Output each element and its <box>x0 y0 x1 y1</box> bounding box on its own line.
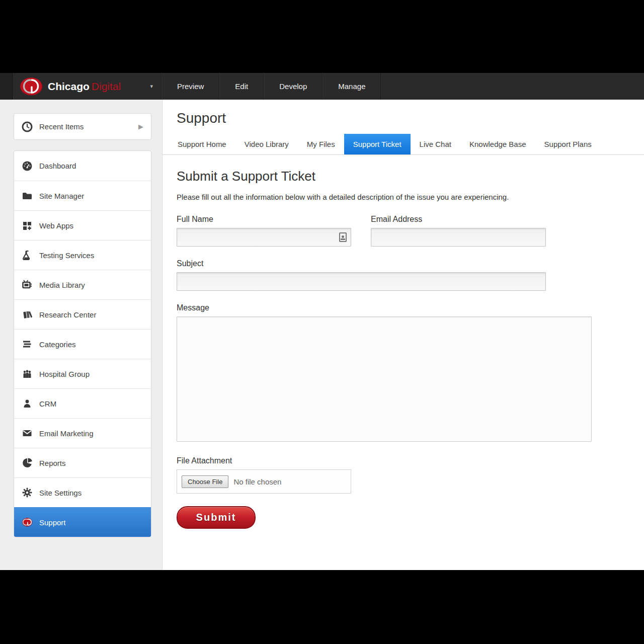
email-input[interactable] <box>371 228 546 247</box>
nav-item-manage[interactable]: Manage <box>323 73 381 100</box>
subject-label: Subject <box>177 259 630 268</box>
sidebar-item-testing-services[interactable]: Testing Services <box>14 240 151 270</box>
sidebar-item-label: Hospital Group <box>39 370 90 378</box>
top-navbar: ChicagoDigital ▾ PreviewEditDevelopManag… <box>0 73 644 100</box>
sidebar-item-hospital-group[interactable]: Hospital Group <box>14 359 151 388</box>
message-label: Message <box>177 303 630 312</box>
clock-icon <box>22 121 33 132</box>
full-name-label: Full Name <box>177 215 351 224</box>
autofill-contact-icon[interactable] <box>339 232 347 242</box>
file-status-text: No file chosen <box>233 477 281 486</box>
recent-items-label: Recent Items <box>39 122 84 131</box>
flask-icon <box>22 250 33 261</box>
tab-knowledge-base[interactable]: Knowledge Base <box>460 134 535 154</box>
sidebar-item-label: Support <box>39 518 66 527</box>
sidebar-item-label: Email Marketing <box>39 429 94 438</box>
sidebar-item-label: Testing Services <box>39 251 94 260</box>
tv-icon <box>22 279 33 290</box>
sidebar-item-site-manager[interactable]: Site Manager <box>14 181 151 210</box>
sidebar-item-label: Dashboard <box>39 162 76 170</box>
sidebar-item-email-marketing[interactable]: Email Marketing <box>14 418 151 448</box>
navbar-left-strip <box>0 73 13 100</box>
list-icon <box>22 339 33 350</box>
choose-file-button[interactable]: Choose File <box>182 475 228 488</box>
sidebar: Recent Items ▶ DashboardSite ManagerWeb … <box>0 100 162 570</box>
brand-block[interactable]: ChicagoDigital ▾ <box>13 73 162 100</box>
nav-item-develop[interactable]: Develop <box>264 73 323 100</box>
sidebar-item-web-apps[interactable]: Web Apps <box>14 210 151 240</box>
letterboxed-stage: ChicagoDigital ▾ PreviewEditDevelopManag… <box>0 0 644 644</box>
sidebar-item-label: Media Library <box>39 281 85 289</box>
chevron-right-icon: ▶ <box>138 123 143 130</box>
sidebar-item-media-library[interactable]: Media Library <box>14 270 151 299</box>
support-tabs: Support HomeVideo LibraryMy FilesSupport… <box>163 134 644 155</box>
sidebar-item-reports[interactable]: Reports <box>14 448 151 477</box>
sidebar-item-label: CRM <box>39 399 56 408</box>
support-ticket-form: Submit a Support Ticket Please fill out … <box>163 155 644 529</box>
sidebar-item-site-settings[interactable]: Site Settings <box>14 477 151 507</box>
full-name-field-group: Full Name <box>177 215 351 247</box>
nav-item-preview[interactable]: Preview <box>162 73 219 100</box>
sidebar-menu: DashboardSite ManagerWeb AppsTesting Ser… <box>14 150 151 537</box>
brand-name: ChicagoDigital <box>48 80 121 93</box>
people-icon <box>22 368 33 379</box>
file-input[interactable]: Choose File No file chosen <box>177 469 351 494</box>
full-name-input-wrap <box>177 228 351 247</box>
cd-logo-icon <box>22 517 33 528</box>
page-header: Support <box>163 100 644 134</box>
file-field-group: File Attachment Choose File No file chos… <box>177 456 630 494</box>
sidebar-item-categories[interactable]: Categories <box>14 329 151 359</box>
tab-support-plans[interactable]: Support Plans <box>535 134 601 154</box>
file-attachment-label: File Attachment <box>177 456 630 465</box>
sidebar-item-label: Site Manager <box>39 192 84 200</box>
name-email-row: Full Name Email Address <box>177 215 630 247</box>
form-description: Please fill out all the information belo… <box>177 193 630 201</box>
page-title: Support <box>177 110 630 126</box>
person-icon <box>22 398 33 409</box>
sidebar-item-label: Site Settings <box>39 489 82 497</box>
brand-primary: Chicago <box>48 80 90 92</box>
brand-dropdown-caret-icon[interactable]: ▾ <box>150 83 155 90</box>
message-textarea[interactable] <box>177 316 592 442</box>
sidebar-item-label: Web Apps <box>39 221 73 230</box>
sidebar-item-crm[interactable]: CRM <box>14 388 151 418</box>
email-field-group: Email Address <box>371 215 546 247</box>
tab-live-chat[interactable]: Live Chat <box>411 134 460 154</box>
tab-support-home[interactable]: Support Home <box>169 134 235 154</box>
full-name-input[interactable] <box>177 228 351 247</box>
email-label: Email Address <box>371 215 546 224</box>
web-apps-icon <box>22 220 33 231</box>
sidebar-item-label: Research Center <box>39 310 96 319</box>
tab-my-files[interactable]: My Files <box>298 134 344 154</box>
subject-field-group: Subject <box>177 259 630 291</box>
nav-item-edit[interactable]: Edit <box>219 73 264 100</box>
sidebar-item-label: Categories <box>39 340 76 349</box>
content-area: Recent Items ▶ DashboardSite ManagerWeb … <box>0 100 644 570</box>
pie-icon <box>22 457 33 468</box>
sidebar-item-dashboard[interactable]: Dashboard <box>14 151 151 181</box>
dashboard-icon <box>22 160 33 172</box>
app-window: ChicagoDigital ▾ PreviewEditDevelopManag… <box>0 73 644 570</box>
top-nav-items: PreviewEditDevelopManage <box>162 73 381 100</box>
subject-input[interactable] <box>177 272 546 291</box>
recent-items-panel[interactable]: Recent Items ▶ <box>14 113 151 140</box>
envelope-icon <box>22 428 33 439</box>
books-icon <box>22 309 33 320</box>
submit-button[interactable]: Submit <box>177 506 256 529</box>
gear-icon <box>22 487 33 498</box>
brand-secondary: Digital <box>92 80 121 92</box>
folder-icon <box>22 190 33 201</box>
sidebar-item-research-center[interactable]: Research Center <box>14 299 151 329</box>
sidebar-item-label: Reports <box>39 459 66 467</box>
message-field-group: Message <box>177 303 630 444</box>
sidebar-item-support[interactable]: Support <box>14 507 151 537</box>
form-heading: Submit a Support Ticket <box>177 169 630 184</box>
tab-video-library[interactable]: Video Library <box>235 134 298 154</box>
main-panel: Support Support HomeVideo LibraryMy File… <box>162 100 644 570</box>
chicago-digital-logo-icon <box>20 77 43 96</box>
tab-support-ticket[interactable]: Support Ticket <box>344 134 411 154</box>
